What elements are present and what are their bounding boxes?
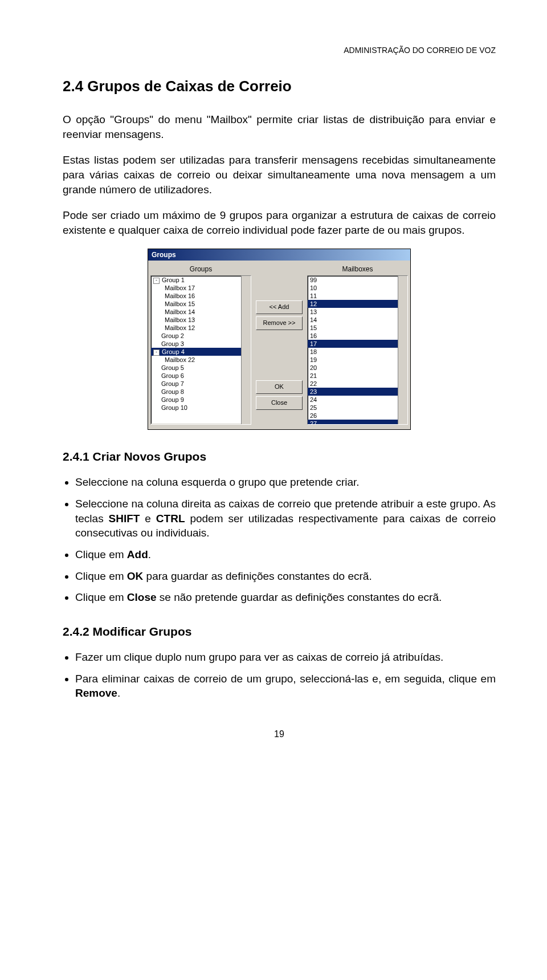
- mailbox-item[interactable]: 13: [308, 308, 407, 316]
- mailbox-item[interactable]: 12: [308, 300, 407, 308]
- mailbox-item[interactable]: 11: [308, 292, 407, 300]
- list-item: Clique em Add.: [75, 547, 496, 562]
- middle-button-column: << Add Remove >> OK Close: [254, 264, 305, 425]
- mailbox-item[interactable]: 21: [308, 372, 407, 380]
- tree-item-label: Group 5: [161, 364, 184, 371]
- embedded-screenshot: Groups Groups -Group 1Mailbox 17Mailbox …: [63, 249, 496, 430]
- create-steps-list: Seleccione na coluna esquerda o grupo qu…: [63, 475, 496, 604]
- scrollbar[interactable]: [398, 276, 407, 424]
- text-bold: SHIFT: [109, 513, 140, 524]
- list-item: Seleccione na coluna esquerda o grupo qu…: [75, 475, 496, 490]
- tree-item-label: Mailbox 14: [165, 308, 195, 315]
- text: se não pretende guardar as definições co…: [157, 591, 442, 603]
- mailbox-item[interactable]: 27: [308, 420, 407, 425]
- text: Para eliminar caixas de correio de um gr…: [75, 673, 496, 685]
- add-button[interactable]: << Add: [256, 300, 303, 314]
- mailbox-item[interactable]: 24: [308, 396, 407, 404]
- list-item: Clique em OK para guardar as definições …: [75, 569, 496, 584]
- text: .: [148, 548, 151, 560]
- tree-item-label: Group 4: [162, 348, 185, 355]
- groups-window: Groups Groups -Group 1Mailbox 17Mailbox …: [148, 249, 411, 430]
- paragraph-usage: Estas listas podem ser utilizadas para t…: [63, 153, 496, 197]
- mailbox-item[interactable]: 99: [308, 276, 407, 284]
- text-bold: Close: [127, 591, 157, 603]
- text: para guardar as definições constantes do…: [143, 570, 372, 582]
- subsection-modify-title: 2.4.2 Modificar Grupos: [63, 625, 496, 639]
- tree-item-label: Group 1: [162, 276, 185, 283]
- tree-item[interactable]: Group 6: [151, 372, 251, 380]
- mailbox-item[interactable]: 16: [308, 332, 407, 340]
- window-titlebar: Groups: [148, 249, 410, 261]
- tree-item-label: Mailbox 16: [165, 292, 195, 299]
- groups-column: Groups -Group 1Mailbox 17Mailbox 16Mailb…: [150, 264, 251, 425]
- text: e: [140, 513, 156, 524]
- tree-item-label: Group 2: [161, 332, 184, 339]
- list-item: Seleccione na coluna direita as caixas d…: [75, 497, 496, 540]
- tree-item-label: Mailbox 15: [165, 300, 195, 307]
- text-bold: CTRL: [156, 513, 185, 524]
- close-button[interactable]: Close: [256, 396, 303, 410]
- paragraph-limits: Pode ser criado um máximo de 9 grupos pa…: [63, 208, 496, 237]
- mailboxes-column-header: Mailboxes: [307, 264, 408, 275]
- mailbox-item[interactable]: 23: [308, 388, 407, 396]
- tree-item[interactable]: Group 9: [151, 396, 251, 404]
- remove-button[interactable]: Remove >>: [256, 316, 303, 330]
- tree-item[interactable]: Group 7: [151, 380, 251, 388]
- tree-item-label: Group 8: [161, 388, 184, 395]
- tree-item-label: Group 10: [161, 404, 187, 411]
- tree-item[interactable]: Group 3: [151, 340, 251, 348]
- tree-item[interactable]: Mailbox 12: [151, 324, 251, 332]
- tree-item[interactable]: Mailbox 14: [151, 308, 251, 316]
- mailbox-item[interactable]: 14: [308, 316, 407, 324]
- tree-item[interactable]: Mailbox 16: [151, 292, 251, 300]
- tree-item[interactable]: Group 10: [151, 404, 251, 412]
- text-bold: Remove: [75, 687, 117, 699]
- tree-item-label: Mailbox 22: [165, 356, 195, 363]
- tree-item-label: Mailbox 17: [165, 284, 195, 291]
- tree-item-label: Mailbox 13: [165, 316, 195, 323]
- mailbox-item[interactable]: 18: [308, 348, 407, 356]
- tree-item-label: Group 3: [161, 340, 184, 347]
- list-item: Para eliminar caixas de correio de um gr…: [75, 672, 496, 701]
- tree-item[interactable]: Group 8: [151, 388, 251, 396]
- tree-expand-icon[interactable]: -: [153, 349, 160, 356]
- mailbox-item[interactable]: 20: [308, 364, 407, 372]
- mailbox-item[interactable]: 15: [308, 324, 407, 332]
- tree-item-label: Group 7: [161, 380, 184, 387]
- mailbox-item[interactable]: 25: [308, 404, 407, 412]
- groups-tree-listbox[interactable]: -Group 1Mailbox 17Mailbox 16Mailbox 15Ma…: [150, 275, 251, 425]
- tree-expand-icon[interactable]: -: [153, 278, 160, 284]
- section-title: 2.4 Grupos de Caixas de Correio: [63, 78, 496, 95]
- mailbox-item[interactable]: 10: [308, 284, 407, 292]
- mailbox-item[interactable]: 22: [308, 380, 407, 388]
- tree-item[interactable]: Mailbox 17: [151, 284, 251, 292]
- page-header-right: ADMINISTRAÇÃO DO CORREIO DE VOZ: [63, 46, 496, 55]
- tree-item[interactable]: Group 5: [151, 364, 251, 372]
- tree-item[interactable]: -Group 4: [151, 348, 251, 356]
- tree-item[interactable]: Mailbox 15: [151, 300, 251, 308]
- text: Clique em: [75, 548, 127, 560]
- scrollbar[interactable]: [241, 276, 251, 424]
- mailbox-item[interactable]: 19: [308, 356, 407, 364]
- tree-item[interactable]: -Group 1: [151, 276, 251, 284]
- tree-item-label: Group 6: [161, 372, 184, 379]
- mailbox-item[interactable]: 17: [308, 340, 407, 348]
- tree-item[interactable]: Mailbox 13: [151, 316, 251, 324]
- text: Clique em: [75, 591, 127, 603]
- text-bold: OK: [127, 570, 144, 582]
- tree-item[interactable]: Group 2: [151, 332, 251, 340]
- tree-item[interactable]: Mailbox 22: [151, 356, 251, 364]
- mailbox-item[interactable]: 26: [308, 412, 407, 420]
- mailboxes-column: Mailboxes 991011121314151617181920212223…: [307, 264, 408, 425]
- paragraph-intro: O opção "Groups" do menu "Mailbox" permi…: [63, 112, 496, 141]
- ok-button[interactable]: OK: [256, 380, 303, 394]
- list-item: Fazer um clique duplo num grupo para ver…: [75, 650, 496, 665]
- text: Clique em: [75, 570, 127, 582]
- subsection-create-title: 2.4.1 Criar Novos Grupos: [63, 450, 496, 463]
- page-number: 19: [63, 729, 496, 739]
- tree-item-label: Group 9: [161, 396, 184, 403]
- modify-steps-list: Fazer um clique duplo num grupo para ver…: [63, 650, 496, 701]
- tree-item-label: Mailbox 12: [165, 324, 195, 331]
- mailboxes-listbox[interactable]: 9910111213141516171819202122232425262728: [307, 275, 408, 425]
- text: .: [117, 687, 120, 699]
